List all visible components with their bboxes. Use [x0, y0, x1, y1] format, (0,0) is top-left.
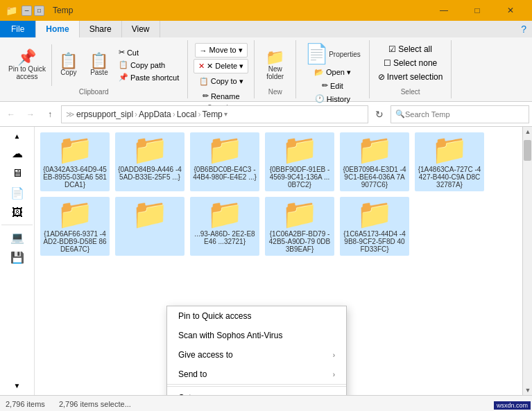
copy-to-btn[interactable]: 📋 Copy to ▾	[195, 75, 248, 88]
folder-icon: 📁	[357, 135, 393, 164]
list-item[interactable]: 📁 {1C06A2BF-BD79 -42B5-A90D-79 0DB3B9EAF…	[265, 197, 334, 256]
list-item[interactable]: 📁 {0A342A33-64D9-45EB-8955-03EA6 581DCA1…	[40, 132, 110, 191]
path-appdata[interactable]: AppData	[139, 110, 171, 119]
sidebar-pics-item[interactable]: 🖼	[1, 204, 33, 222]
sidebar-pc-item[interactable]: 💻	[1, 228, 33, 247]
win-min-btn[interactable]: ─	[22, 6, 32, 16]
ctx-pin-quick-access[interactable]: Pin to Quick access	[167, 306, 346, 326]
new-label: New	[268, 87, 282, 96]
ribbon: File Home Share View ? 📌 Pin to Quickacc…	[0, 21, 532, 102]
status-bar: 2,796 items 2,796 items selecte... ⊞ ≡	[0, 395, 532, 411]
copy-btn[interactable]: 📋 Copy	[55, 52, 83, 78]
history-btn[interactable]: 🕐 History	[312, 93, 353, 105]
scroll-up-btn[interactable]: ▲	[523, 127, 532, 137]
properties-icon: 📄	[304, 44, 329, 64]
tab-view[interactable]: View	[122, 21, 160, 37]
list-item[interactable]: 📁	[115, 197, 185, 256]
path-erpsupport[interactable]: erpsupport_sipl	[76, 110, 133, 119]
clipboard-small-btns: ✂ Cut 📋 Copy path 📌 Paste shortcut	[116, 46, 182, 83]
folder-name: {0B6BDC0B-E4C3 -44B4-980F-E4E2 ...}	[193, 166, 257, 181]
close-btn[interactable]: ✕	[495, 0, 526, 21]
selected-count: 2,796 items selecte...	[59, 400, 131, 408]
list-item[interactable]: 📁 {0ADD84B9-A446 -45AD-B33E-25F5 ...}	[115, 132, 185, 191]
properties-btn[interactable]: 📄 Properties	[302, 43, 363, 65]
ctx-scan-label: Scan with Sophos Anti-Virus	[178, 331, 283, 340]
back-btn[interactable]: ←	[3, 106, 19, 123]
path-temp[interactable]: Temp	[202, 110, 222, 119]
sidebar-expand-down-btn[interactable]: ▼	[1, 379, 33, 392]
tab-share[interactable]: Share	[80, 21, 122, 37]
folder-name: {1A4863CA-727C -4427-B440-C9A D8C32787A}	[418, 166, 481, 189]
select-all-btn[interactable]: ☑ Select all	[386, 43, 435, 55]
desktop-icon: 🖥	[12, 167, 23, 180]
scroll-track[interactable]	[523, 137, 532, 385]
folder-name: {0EB709B4-E3D1 -49C1-BE64-036A 7A9077C6}	[343, 166, 406, 189]
ribbon-tab-bar: File Home Share View ?	[0, 21, 532, 37]
sidebar-docs-item[interactable]: 📄	[1, 184, 33, 202]
ctx-pin-label: Pin to Quick access	[178, 311, 251, 321]
path-dropdown-arrow[interactable]: ▾	[224, 110, 228, 118]
paste-shortcut-icon: 📌	[119, 73, 128, 82]
items-count: 2,796 items	[6, 400, 45, 408]
copy-icon: 📋	[59, 53, 78, 69]
sidebar-expand-btn[interactable]: ▲	[1, 130, 33, 143]
pin-icon: 📌	[17, 50, 36, 65]
edit-btn[interactable]: ✏ Edit	[319, 80, 346, 91]
refresh-btn[interactable]: ↻	[371, 106, 388, 123]
up-btn[interactable]: ↑	[42, 106, 58, 123]
minimize-btn[interactable]: —	[428, 0, 460, 21]
path-local[interactable]: Local	[177, 110, 197, 119]
help-icon[interactable]: ?	[521, 24, 526, 35]
move-to-btn[interactable]: → Move to ▾	[195, 43, 248, 58]
sidebar-cloud-item[interactable]: ☁	[1, 144, 33, 163]
list-item[interactable]: 📁 {0EB709B4-E3D1 -49C1-BE64-036A 7A9077C…	[340, 132, 409, 191]
clipboard-items: 📌 Pin to Quickaccess 📋 Copy 📋 Paste ✂ Cu…	[6, 43, 182, 87]
scroll-thumb[interactable]	[524, 140, 531, 161]
paste-btn[interactable]: 📋 Paste	[85, 52, 113, 78]
pin-quick-access-btn[interactable]: 📌 Pin to Quickaccess	[6, 49, 49, 82]
search-input[interactable]	[405, 110, 524, 119]
invert-selection-btn[interactable]: ⊘ Invert selection	[375, 71, 446, 83]
ctx-send-to[interactable]: Send to ›	[167, 365, 346, 385]
new-folder-btn[interactable]: 📁 Newfolder	[261, 49, 289, 82]
new-group: 📁 Newfolder New	[255, 40, 296, 98]
list-item[interactable]: 📁 ...93-A86D- 2E2-E8E46 ...32721}	[190, 197, 259, 256]
list-item[interactable]: 📁 {1AD6AF66-9371 -4AD2-BDB9-D58E 86DE6A7…	[40, 197, 110, 256]
tab-home[interactable]: Home	[36, 21, 79, 37]
ribbon-body: 📌 Pin to Quickaccess 📋 Copy 📋 Paste ✂ Cu…	[0, 37, 532, 101]
folder-name: {1C06A2BF-BD79 -42B5-A90D-79 0DB3B9EAF}	[268, 230, 332, 253]
drive-icon: 💾	[10, 251, 24, 264]
list-item[interactable]: 📁 {0BBF90DF-91EB -4569-9C41-136A ...0B7C…	[265, 132, 334, 191]
cut-btn[interactable]: ✂ Cut	[116, 46, 182, 58]
rename-btn[interactable]: ✏ Rename	[198, 89, 244, 103]
select-none-btn[interactable]: ☐ Select none	[381, 57, 440, 69]
delete-ribbon-btn[interactable]: ✕ ✕ Delete ▾	[194, 59, 248, 73]
open-btn[interactable]: 📂 Open ▾	[311, 67, 354, 78]
copy-path-btn[interactable]: 📋 Copy path	[116, 59, 182, 71]
sidebar-local-item[interactable]: 💾	[1, 248, 33, 267]
address-path[interactable]: ≫ erpsupport_sipl › AppData › Local › Te…	[61, 105, 368, 123]
divider	[51, 44, 52, 86]
select-label: Select	[401, 87, 420, 96]
list-item[interactable]: 📁 {1C6A5173-44D4 -49B8-9CF2-5F8D 40FD33F…	[340, 197, 409, 256]
sidebar-divider	[1, 225, 33, 225]
ctx-cut[interactable]: Cut	[167, 388, 346, 395]
forward-btn[interactable]: →	[22, 106, 39, 123]
sidebar-desktop-item[interactable]: 🖥	[1, 164, 33, 182]
scroll-down-btn[interactable]: ▼	[523, 385, 532, 395]
docs-icon: 📄	[10, 186, 24, 200]
ctx-give-access[interactable]: Give access to ›	[167, 345, 346, 365]
maximize-btn[interactable]: □	[461, 0, 493, 21]
ctx-scan-sophos[interactable]: Scan with Sophos Anti-Virus	[167, 326, 346, 345]
list-item[interactable]: 📁 {0B6BDC0B-E4C3 -44B4-980F-E4E2 ...}	[190, 132, 259, 191]
file-area-wrapper: 📁 {0A342A33-64D9-45EB-8955-03EA6 581DCA1…	[35, 127, 532, 395]
ctx-send-to-chevron: ›	[333, 371, 335, 378]
win-max-btn[interactable]: □	[34, 6, 44, 16]
paste-shortcut-btn[interactable]: 📌 Paste shortcut	[116, 71, 182, 83]
tab-file[interactable]: File	[0, 21, 36, 37]
folder-icon: 📁	[207, 135, 243, 164]
list-item[interactable]: 📁 {1A4863CA-727C -4427-B440-C9A D8C32787…	[415, 132, 484, 191]
folder-name: {0BBF90DF-91EB -4569-9C41-136A ...0B7C2}	[268, 166, 332, 189]
path-sep-2: ›	[173, 110, 175, 119]
move-icon: →	[200, 46, 207, 55]
